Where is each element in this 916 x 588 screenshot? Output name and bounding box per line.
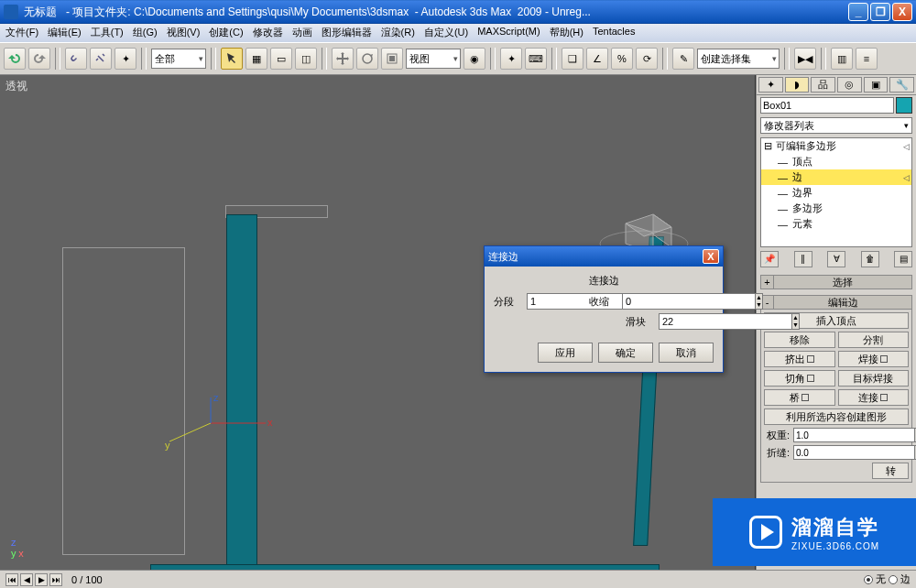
remove-button[interactable]: 移除 — [764, 332, 835, 348]
window-crossing-button[interactable]: ◫ — [295, 48, 317, 70]
selection-filter-dropdown[interactable]: 全部 — [151, 49, 206, 69]
tab-utilities[interactable]: 🔧 — [889, 77, 914, 93]
close-button[interactable]: X — [892, 3, 912, 21]
tab-create[interactable]: ✦ — [758, 77, 783, 93]
make-unique-button[interactable]: ∀ — [827, 251, 845, 267]
remove-mod-button[interactable]: 🗑 — [861, 251, 879, 267]
undo-button[interactable] — [4, 48, 26, 70]
weight-input[interactable] — [793, 428, 914, 442]
extrude-button[interactable]: 挤出 — [764, 351, 835, 367]
goto-end-button[interactable]: ⏭ — [49, 573, 62, 586]
pinch-input[interactable] — [622, 293, 755, 310]
redo-button[interactable] — [28, 48, 50, 70]
split-button[interactable]: 分割 — [838, 332, 910, 348]
maximize-button[interactable]: ❐ — [870, 3, 890, 21]
goto-start-button[interactable]: ⏮ — [5, 573, 18, 586]
connect-button[interactable]: 连接 — [838, 389, 910, 406]
tab-modify[interactable]: ◗ — [785, 77, 810, 93]
prev-frame-button[interactable]: ◀ — [20, 573, 33, 586]
constraint-none-radio[interactable] — [864, 575, 873, 584]
tab-display[interactable]: ▣ — [864, 77, 889, 93]
stack-sub-vertex[interactable]: —顶点 — [761, 154, 911, 169]
rollout-editedge-head[interactable]: -编辑边 — [760, 295, 912, 310]
tab-motion[interactable]: ◎ — [837, 77, 862, 93]
named-selection-dropdown[interactable]: 创建选择集 — [697, 49, 780, 69]
object-color-swatch[interactable] — [896, 97, 912, 114]
scale-button[interactable] — [381, 48, 403, 70]
stack-sub-poly[interactable]: —多边形 — [761, 201, 911, 216]
named-sel-edit-button[interactable]: ✎ — [672, 48, 694, 70]
transform-gizmo[interactable]: xyz — [165, 396, 275, 451]
chamfer-button[interactable]: 切角 — [764, 370, 835, 387]
turn-button[interactable]: 转 — [872, 463, 909, 479]
stack-sub-element[interactable]: —元素 — [761, 216, 911, 232]
menu-grapheditors[interactable]: 图形编辑器 — [322, 26, 372, 40]
modifier-stack[interactable]: ⊟可编辑多边形◁ —顶点 —边◁ —边界 —多边形 —元素 — [760, 137, 912, 247]
pin-stack-button[interactable]: 📌 — [760, 251, 779, 267]
ok-button[interactable]: 确定 — [598, 343, 653, 363]
target-weld-button[interactable]: 目标焊接 — [838, 370, 910, 387]
spin-up[interactable]: ▲ — [792, 314, 799, 321]
bridge-button[interactable]: 桥 — [764, 389, 835, 406]
constraint-edge-radio[interactable] — [889, 575, 898, 584]
stack-root[interactable]: ⊟可编辑多边形◁ — [761, 138, 911, 154]
unlink-button[interactable] — [90, 48, 112, 70]
rollout-selection-head[interactable]: +选择 — [760, 275, 912, 289]
stack-sub-edge[interactable]: —边◁ — [761, 169, 911, 185]
menu-view[interactable]: 视图(V) — [167, 26, 201, 40]
create-shape-button[interactable]: 利用所选内容创建图形 — [764, 408, 909, 425]
link-button[interactable] — [65, 48, 87, 70]
dialog-close-button[interactable]: X — [703, 249, 719, 264]
menu-group[interactable]: 组(G) — [133, 26, 158, 40]
rotate-button[interactable] — [356, 48, 378, 70]
menu-help[interactable]: 帮助(H) — [550, 26, 583, 40]
weld-settings-button[interactable] — [880, 355, 888, 363]
manipulator-button[interactable]: ✦ — [500, 48, 522, 70]
chamfer-settings-button[interactable] — [807, 375, 814, 382]
angle-snap-button[interactable]: ∠ — [586, 48, 608, 70]
extrude-settings-button[interactable] — [807, 355, 814, 363]
menu-rendering[interactable]: 渲染(R) — [381, 26, 415, 40]
menu-maxscript[interactable]: MAXScript(M) — [477, 26, 540, 40]
stack-sub-border[interactable]: —边界 — [761, 185, 911, 201]
spin-down[interactable]: ▼ — [792, 321, 799, 329]
select-button[interactable] — [221, 48, 243, 70]
next-frame-button[interactable]: ▶ — [35, 573, 48, 586]
bridge-settings-button[interactable] — [802, 394, 809, 401]
spin-up[interactable]: ▲ — [756, 294, 762, 301]
move-button[interactable] — [332, 48, 354, 70]
menu-create[interactable]: 创建(C) — [209, 26, 243, 40]
percent-snap-button[interactable]: % — [611, 48, 633, 70]
cancel-button[interactable]: 取消 — [659, 343, 714, 363]
mirror-button[interactable]: ▶◀ — [794, 48, 816, 70]
select-by-name-button[interactable]: ▦ — [245, 48, 267, 70]
menu-customize[interactable]: 自定义(U) — [424, 26, 468, 40]
pivot-center-button[interactable]: ◉ — [463, 48, 485, 70]
region-rect-button[interactable]: ▭ — [270, 48, 292, 70]
modifier-list-dropdown[interactable]: 修改器列表 — [760, 117, 912, 134]
configure-button[interactable]: ▤ — [894, 251, 912, 267]
layers-button[interactable]: ≡ — [856, 48, 878, 70]
ref-coord-dropdown[interactable]: 视图 — [406, 49, 461, 69]
show-end-button[interactable]: ‖ — [794, 251, 812, 267]
connect-settings-button[interactable] — [880, 394, 888, 401]
menu-file[interactable]: 文件(F) — [5, 26, 38, 40]
spinner-snap-button[interactable]: ⟳ — [636, 48, 658, 70]
weld-button[interactable]: 焊接 — [838, 351, 910, 367]
object-name-input[interactable] — [760, 97, 894, 114]
slide-input[interactable] — [659, 313, 791, 330]
menu-modifiers[interactable]: 修改器 — [253, 26, 283, 40]
apply-button[interactable]: 应用 — [538, 343, 593, 363]
align-button[interactable]: ▥ — [831, 48, 853, 70]
menu-animation[interactable]: 动画 — [292, 26, 312, 40]
tab-hierarchy[interactable]: 品 — [811, 77, 835, 93]
snap-toggle-button[interactable]: ❑ — [562, 48, 583, 70]
crease-input[interactable] — [793, 445, 914, 460]
spin-down[interactable]: ▼ — [756, 301, 762, 309]
keyboard-button[interactable]: ⌨ — [525, 48, 547, 70]
menu-edit[interactable]: 编辑(E) — [48, 26, 82, 40]
bind-spacewarp-button[interactable]: ✦ — [114, 48, 136, 70]
menu-tentacles[interactable]: Tentacles — [593, 26, 635, 40]
minimize-button[interactable]: _ — [848, 3, 868, 21]
menu-tools[interactable]: 工具(T) — [91, 26, 124, 40]
